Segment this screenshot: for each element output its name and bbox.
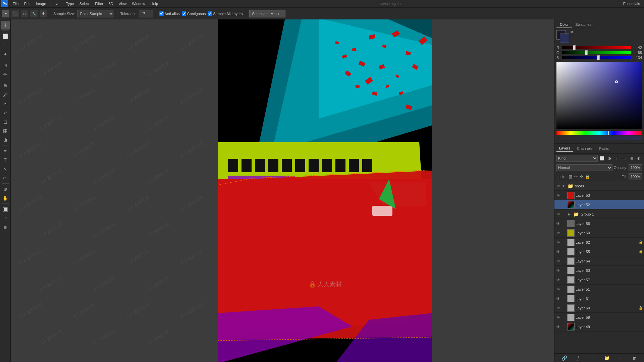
layer-expand-icon[interactable]: ▶ bbox=[567, 212, 571, 216]
layer-visibility-toggle[interactable]: 👁 bbox=[556, 278, 560, 282]
foreground-color-swatch[interactable] bbox=[560, 34, 569, 43]
tab-channels[interactable]: Channels bbox=[574, 145, 595, 152]
layer-visibility-toggle[interactable]: 👁 bbox=[556, 221, 560, 226]
essentials-button[interactable]: Essentials bbox=[621, 1, 643, 6]
layer-item[interactable]: 👁Layer 53 bbox=[554, 191, 644, 200]
foreground-bg-color[interactable]: ▣ bbox=[1, 205, 10, 214]
sample-all-layers-checkbox[interactable]: Sample All Layers bbox=[208, 11, 243, 16]
filter-pixel-icon[interactable]: ⬜ bbox=[599, 155, 605, 161]
layer-item[interactable]: 👁Layer 51 bbox=[554, 285, 644, 294]
filter-smart-icon[interactable]: ⊞ bbox=[629, 155, 635, 161]
layer-visibility-toggle[interactable]: 👁 bbox=[556, 306, 560, 310]
new-group-icon[interactable]: 📁 bbox=[604, 355, 610, 361]
lock-brush-icon[interactable]: ✏ bbox=[574, 174, 578, 179]
contiguous-checkbox[interactable]: Contiguous bbox=[182, 11, 206, 16]
layer-visibility-toggle[interactable]: 👁 bbox=[556, 193, 560, 198]
sample-size-select[interactable]: Point Sample bbox=[77, 10, 114, 17]
menu-image[interactable]: Image bbox=[33, 1, 49, 6]
tool-preset-btn1[interactable]: ⬛ bbox=[11, 10, 19, 17]
layer-visibility-toggle[interactable]: 👁 bbox=[556, 268, 560, 273]
add-link-icon[interactable]: 🔗 bbox=[561, 355, 567, 361]
layer-expand-icon[interactable]: ▼ bbox=[561, 184, 566, 188]
quick-mask-btn[interactable]: ⬚ bbox=[1, 214, 10, 223]
layer-item[interactable]: 👁Layer 60🔒 bbox=[554, 303, 644, 313]
opacity-input[interactable] bbox=[629, 164, 642, 171]
layer-item[interactable]: 👁▼📁shot9 bbox=[554, 181, 644, 191]
canvas-image[interactable]: 🔒 人人素材 bbox=[218, 19, 432, 362]
filter-toggle-icon[interactable]: ◐ bbox=[636, 155, 642, 161]
menu-view[interactable]: View bbox=[116, 1, 129, 6]
menu-3d[interactable]: 3D bbox=[106, 1, 116, 6]
zoom-tool[interactable]: ⊕ bbox=[1, 185, 10, 193]
lock-position-icon[interactable]: ✛ bbox=[580, 174, 583, 179]
magic-wand-tool[interactable]: ✦ bbox=[1, 50, 10, 59]
filter-shape-icon[interactable]: ▭ bbox=[621, 155, 627, 161]
layer-visibility-toggle[interactable]: 👁 bbox=[556, 315, 560, 320]
layer-item[interactable]: 👁Layer 50 bbox=[554, 228, 644, 238]
layer-visibility-toggle[interactable]: 👁 bbox=[556, 231, 560, 235]
layer-item[interactable]: 👁Layer 64 bbox=[554, 256, 644, 266]
menu-help[interactable]: Help bbox=[148, 1, 161, 6]
layer-visibility-toggle[interactable]: 👁 bbox=[556, 324, 560, 329]
menu-select[interactable]: Select bbox=[77, 1, 93, 6]
add-style-icon[interactable]: ƒ bbox=[577, 355, 580, 361]
lasso-tool[interactable]: ⌒ bbox=[1, 41, 10, 50]
layer-visibility-toggle[interactable]: 👁 bbox=[556, 184, 560, 188]
select-and-mask-button[interactable]: Select and Mask... bbox=[249, 10, 286, 17]
b-slider[interactable] bbox=[562, 56, 631, 59]
r-slider[interactable] bbox=[562, 46, 631, 49]
tab-layers[interactable]: Layers bbox=[556, 145, 573, 152]
tool-preset-btn2[interactable]: ◻ bbox=[21, 10, 28, 17]
layer-visibility-toggle[interactable]: 👁 bbox=[556, 259, 560, 263]
screen-mode-btn[interactable]: ⊞ bbox=[1, 223, 10, 232]
new-layer-icon[interactable]: + bbox=[620, 355, 622, 361]
add-mask-icon[interactable]: ⬚ bbox=[590, 355, 594, 361]
layer-item[interactable]: 👁Layer 57 bbox=[554, 275, 644, 285]
lock-transparent-icon[interactable]: ▨ bbox=[569, 174, 572, 179]
filter-type-icon[interactable]: T bbox=[614, 155, 620, 161]
layer-visibility-toggle[interactable]: 👁 bbox=[556, 240, 560, 245]
tab-color[interactable]: Color bbox=[556, 21, 572, 28]
spot-healing-tool[interactable]: ⊕ bbox=[1, 81, 10, 90]
anti-alias-checkbox[interactable]: Anti-alias bbox=[159, 11, 180, 16]
history-brush-tool[interactable]: ↩ bbox=[1, 108, 10, 117]
layer-item[interactable]: 👁Layer 55🔒 bbox=[554, 247, 644, 256]
path-selection-tool[interactable]: ↖ bbox=[1, 165, 10, 173]
layer-visibility-toggle[interactable]: 👁 bbox=[556, 296, 560, 301]
layers-kind-select[interactable]: Kind bbox=[556, 155, 598, 162]
alpha-slider[interactable] bbox=[556, 136, 642, 140]
layer-item[interactable]: 👁Layer 63 bbox=[554, 266, 644, 275]
tab-swatches[interactable]: Swatches bbox=[572, 21, 595, 28]
color-picker-gradient[interactable] bbox=[556, 62, 642, 129]
brush-tool[interactable]: 🖌 bbox=[1, 90, 10, 99]
swap-colors-icon[interactable]: ⇄ bbox=[571, 30, 574, 34]
layer-item[interactable]: Layer 52 bbox=[554, 200, 644, 209]
layer-visibility-toggle[interactable]: 👁 bbox=[556, 287, 560, 292]
eraser-tool[interactable]: ◻ bbox=[1, 117, 10, 126]
crop-tool[interactable]: ⊡ bbox=[1, 61, 10, 70]
hue-slider[interactable] bbox=[556, 131, 642, 135]
g-slider[interactable] bbox=[562, 51, 631, 54]
gradient-tool[interactable]: ▦ bbox=[1, 126, 10, 135]
clone-stamp-tool[interactable]: ✂ bbox=[1, 99, 10, 108]
menu-type[interactable]: Type bbox=[63, 1, 77, 6]
menu-file[interactable]: File bbox=[10, 1, 21, 6]
tolerance-input[interactable] bbox=[140, 10, 153, 17]
layer-item[interactable]: 👁Layer 61 bbox=[554, 294, 644, 303]
tab-paths[interactable]: Paths bbox=[597, 145, 611, 152]
eyedropper-tool[interactable]: ✏ bbox=[1, 70, 10, 79]
layer-visibility-toggle[interactable]: 👁 bbox=[556, 249, 560, 254]
fill-input[interactable] bbox=[629, 173, 642, 180]
delete-layer-icon[interactable]: 🗑 bbox=[632, 355, 637, 361]
move-tool[interactable]: ✛ bbox=[1, 21, 10, 29]
rectangular-marquee-tool[interactable]: ⬜ bbox=[1, 32, 10, 41]
menu-filter[interactable]: Filter bbox=[92, 1, 106, 6]
layer-visibility-toggle[interactable]: 👁 bbox=[556, 212, 560, 217]
shape-tool[interactable]: ▭ bbox=[1, 174, 10, 182]
layer-visibility-toggle[interactable] bbox=[556, 202, 560, 207]
layer-item[interactable]: 👁Layer 62🔒 bbox=[554, 238, 644, 247]
layer-item[interactable]: 👁▶📁Group 1 bbox=[554, 209, 644, 219]
blend-mode-select[interactable]: Normal bbox=[556, 164, 612, 171]
layer-item[interactable]: 👁Layer 59 bbox=[554, 313, 644, 322]
dodge-tool[interactable]: ◑ bbox=[1, 135, 10, 144]
